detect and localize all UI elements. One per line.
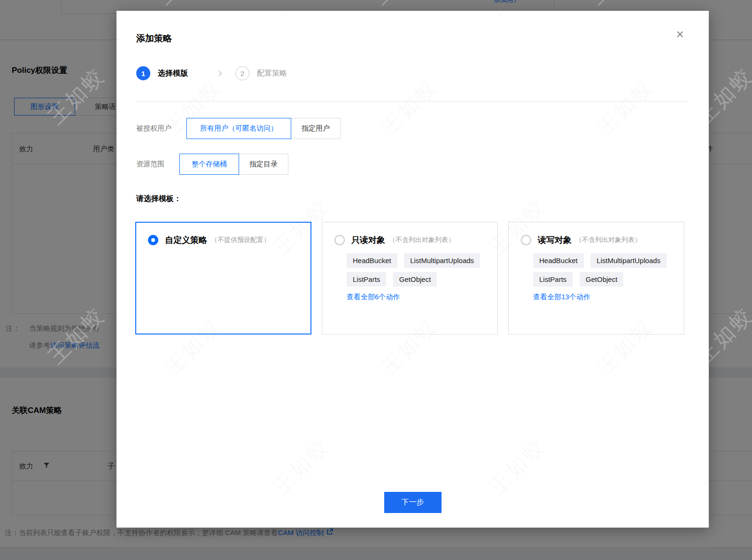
template-desc: （不含列出对象列表） — [575, 236, 641, 244]
card-head: 读写对象 （不含列出对象列表） — [521, 234, 672, 246]
watermark-text: 王如蛟 — [375, 73, 444, 141]
close-icon[interactable]: ✕ — [676, 30, 684, 40]
template-name: 自定义策略 — [165, 234, 207, 246]
authorized-user-row: 被授权用户 所有用户（可匿名访问） 指定用户 — [136, 118, 341, 139]
template-desc: （不含列出对象列表） — [389, 236, 455, 244]
template-card-custom[interactable]: 自定义策略 （不提供预设配置） — [135, 222, 311, 334]
step-indicator: 1 选择模版 2 配置策略 — [136, 66, 287, 80]
step-2-circle: 2 — [235, 66, 249, 80]
step-2-label: 配置策略 — [257, 69, 287, 78]
watermark-text: 王如蛟 — [267, 11, 336, 21]
card-head: 只读对象 （不含列出对象列表） — [334, 234, 485, 246]
resource-scope-row: 资源范围 整个存储桶 指定目录 — [136, 154, 341, 175]
view-all-actions-link[interactable]: 查看全部6个动作 — [347, 293, 485, 302]
action-tag: ListParts — [347, 272, 386, 287]
option-specified-users[interactable]: 指定用户 — [291, 118, 341, 139]
action-tags: HeadBucket ListMultipartUploads ListPart… — [347, 253, 485, 302]
chevron-right-icon — [216, 70, 222, 77]
action-tags: HeadBucket ListMultipartUploads ListPart… — [533, 253, 672, 302]
watermark-text: 王如蛟 — [267, 432, 336, 501]
card-head: 自定义策略 （不提供预设配置） — [148, 234, 299, 246]
watermark-text: 王如蛟 — [116, 432, 119, 501]
template-card-readonly[interactable]: 只读对象 （不含列出对象列表） HeadBucket ListMultipart… — [322, 222, 498, 334]
view-all-actions-link[interactable]: 查看全部13个动作 — [533, 293, 672, 302]
radio-selected-icon[interactable] — [148, 235, 158, 245]
step-1-label: 选择模版 — [158, 69, 188, 78]
watermark-text: 王如蛟 — [483, 11, 552, 21]
radio-unselected-icon[interactable] — [521, 235, 531, 245]
action-tag: ListMultipartUploads — [590, 253, 667, 268]
template-name: 读写对象 — [538, 234, 572, 246]
next-step-button[interactable]: 下一步 — [384, 492, 442, 513]
resource-scope-label: 资源范围 — [136, 160, 164, 169]
watermark-text: 王如蛟 — [699, 11, 709, 21]
action-tag: ListMultipartUploads — [404, 253, 480, 268]
action-tag: GetObject — [393, 272, 437, 287]
radio-unselected-icon[interactable] — [334, 235, 345, 245]
authorized-user-label: 被授权用户 — [136, 124, 171, 133]
watermark-text: 王如蛟 — [699, 432, 709, 501]
template-name: 只读对象 — [351, 234, 385, 246]
form-area: 被授权用户 所有用户（可匿名访问） 指定用户 资源范围 整个存储桶 指定目录 — [136, 118, 341, 189]
step-1-circle: 1 — [136, 66, 150, 80]
authorized-user-options: 所有用户（可匿名访问） 指定用户 — [186, 118, 341, 139]
template-prompt: 请选择模板： — [136, 194, 181, 204]
action-tag: HeadBucket — [533, 253, 584, 268]
template-desc: （不提供预设配置） — [211, 236, 270, 244]
page: 添加用户 Policy权限设置 图形设置 策略语 效力 用户类 件 注： 当策略… — [0, 0, 752, 560]
add-policy-modal: 王如蛟王如蛟王如蛟王如蛟王如蛟王如蛟王如蛟王如蛟王如蛟王如蛟王如蛟王如蛟王如蛟王… — [116, 11, 709, 528]
watermark-text: 王如蛟 — [483, 432, 552, 501]
watermark-text: 王如蛟 — [116, 193, 119, 261]
action-tag: GetObject — [580, 272, 624, 287]
watermark-text: 王如蛟 — [591, 73, 660, 141]
modal-title: 添加策略 — [136, 32, 172, 45]
resource-scope-options: 整个存储桶 指定目录 — [179, 154, 288, 175]
template-cards: 自定义策略 （不提供预设配置） 只读对象 （不含列出对象列表） HeadBuck… — [135, 222, 684, 334]
option-whole-bucket[interactable]: 整个存储桶 — [179, 154, 239, 175]
divider — [136, 101, 689, 101]
action-tag: ListParts — [533, 272, 573, 287]
option-all-users[interactable]: 所有用户（可匿名访问） — [186, 118, 291, 139]
watermark-text: 王如蛟 — [699, 193, 709, 261]
option-specified-directory[interactable]: 指定目录 — [239, 154, 288, 175]
action-tag: HeadBucket — [347, 253, 397, 268]
watermark-text: 王如蛟 — [116, 11, 119, 21]
template-card-readwrite[interactable]: 读写对象 （不含列出对象列表） HeadBucket ListMultipart… — [508, 222, 684, 334]
